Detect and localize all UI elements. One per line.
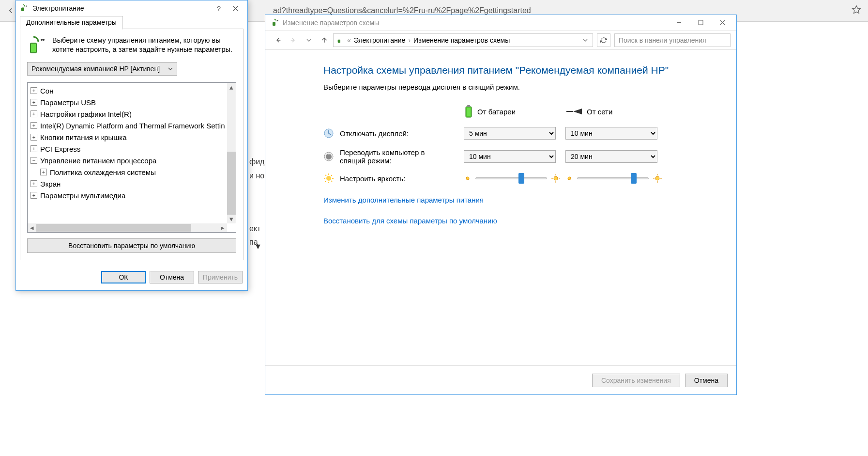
scroll-right-icon[interactable]: ▸ <box>218 223 227 232</box>
tree-item-usb[interactable]: +Параметры USB <box>30 96 233 108</box>
tree-horizontal-scrollbar[interactable]: ◂ ▸ <box>28 223 227 232</box>
tree-item-cooling-policy[interactable]: +Политика охлаждения системы <box>30 166 233 178</box>
row-brightness: Настроить яркость: <box>323 173 722 183</box>
power-plan-select[interactable]: Рекомендуемая компанией HP [Активен] <box>27 62 177 76</box>
svg-line-21 <box>325 175 326 176</box>
maximize-button[interactable] <box>690 16 712 30</box>
display-battery-select[interactable]: 5 мин <box>464 127 556 140</box>
nav-back-button[interactable] <box>271 33 285 47</box>
cp-titlebar: Изменение параметров схемы <box>265 15 736 31</box>
svg-line-24 <box>325 181 326 182</box>
edit-plan-settings-window: Изменение параметров схемы « Электропита… <box>265 15 737 395</box>
svg-point-31 <box>568 177 571 180</box>
apply-button[interactable]: Применить <box>198 271 243 283</box>
tree-item-display[interactable]: +Экран <box>30 178 233 189</box>
tree-item-pci-express[interactable]: +PCI Express <box>30 143 233 155</box>
page-subtitle: Выберите параметры перевода дисплея в сп… <box>323 83 722 91</box>
svg-rect-9 <box>338 39 340 43</box>
power-options-icon <box>20 4 29 13</box>
expand-icon[interactable]: + <box>30 134 37 141</box>
expand-icon[interactable]: + <box>40 169 47 175</box>
sun-low-icon <box>565 174 573 182</box>
settings-tree: +Сон +Параметры USB +Настройки графики I… <box>27 82 236 233</box>
brightness-ac-slider[interactable] <box>565 173 662 183</box>
row-label: Настроить яркость: <box>340 174 405 183</box>
refresh-button[interactable] <box>597 33 610 47</box>
close-button[interactable] <box>227 1 244 15</box>
bookmark-star-icon[interactable] <box>852 5 863 16</box>
scroll-left-icon[interactable]: ◂ <box>28 223 36 232</box>
svg-marker-0 <box>853 6 861 14</box>
svg-rect-37 <box>21 8 24 12</box>
nav-up-button[interactable] <box>318 33 331 47</box>
svg-line-22 <box>331 181 332 182</box>
cp-window-title: Изменение параметров схемы <box>283 19 668 27</box>
tree-item-sleep[interactable]: +Сон <box>30 85 233 96</box>
expand-icon[interactable]: + <box>30 192 37 199</box>
nav-recent-dropdown[interactable] <box>302 33 316 47</box>
scrollbar-thumb[interactable] <box>36 224 191 232</box>
cancel-button[interactable]: Отмена <box>150 271 194 283</box>
row-label: Переводить компьютер в спящий режим: <box>340 148 451 165</box>
adv-button-row: ОК Отмена Применить <box>16 264 247 290</box>
sleep-ac-select[interactable]: 20 мин <box>565 150 657 163</box>
ok-button[interactable]: ОК <box>101 271 146 283</box>
scrollbar-thumb[interactable] <box>227 152 236 215</box>
svg-point-32 <box>655 176 659 180</box>
tree-item-intel-dptf[interactable]: +Intel(R) Dynamic Platform and Thermal F… <box>30 120 233 131</box>
background-clipped-text: фид и но ект па ▼ <box>249 155 264 254</box>
link-restore-defaults[interactable]: Восстановить для схемы параметры по умол… <box>323 217 722 225</box>
tree-item-cpu-power[interactable]: −Управление питанием процессора <box>30 155 233 166</box>
restore-plan-defaults-button[interactable]: Восстановить параметры по умолчанию <box>27 238 236 253</box>
close-button[interactable] <box>712 16 733 30</box>
adv-intro: Выберите схему управления питанием, кото… <box>27 36 236 55</box>
tree-item-power-buttons[interactable]: +Кнопки питания и крышка <box>30 131 233 143</box>
svg-point-26 <box>554 176 558 180</box>
search-input[interactable]: Поиск в панели управления <box>614 33 731 47</box>
row-label: Отключать дисплей: <box>340 129 409 138</box>
brightness-battery-slider[interactable] <box>464 173 561 183</box>
tree-item-intel-graphics[interactable]: +Настройки графики Intel(R) <box>30 108 233 120</box>
expand-icon[interactable]: + <box>30 122 37 129</box>
breadcrumb[interactable]: « Электропитание › Изменение параметров … <box>333 33 593 47</box>
expand-icon[interactable]: + <box>30 87 37 94</box>
collapse-icon[interactable]: − <box>30 157 37 164</box>
nav-forward-button[interactable] <box>287 33 300 47</box>
row-turn-off-display: Отключать дисплей: 5 мин 10 мин <box>323 127 722 140</box>
breadcrumb-edit-plan[interactable]: Изменение параметров схемы <box>411 36 512 44</box>
expand-icon[interactable]: + <box>30 99 37 106</box>
save-changes-button[interactable]: Сохранить изменения <box>592 374 680 387</box>
cancel-button[interactable]: Отмена <box>685 374 728 387</box>
breadcrumb-chevron: « <box>346 36 352 44</box>
link-change-advanced[interactable]: Изменить дополнительные параметры питани… <box>323 196 722 204</box>
adv-tabstrip: Дополнительные параметры <box>20 16 247 29</box>
scroll-up-icon[interactable]: ▴ <box>227 83 236 92</box>
browser-back-icon[interactable] <box>5 5 16 16</box>
breadcrumb-dropdown-icon[interactable] <box>581 36 590 44</box>
power-options-advanced-dialog: Электропитание ? Дополнительные параметр… <box>15 0 248 291</box>
brightness-icon <box>323 173 334 184</box>
tree-vertical-scrollbar[interactable]: ▴ ▾ <box>227 83 236 223</box>
tree-item-multimedia[interactable]: +Параметры мультимедиа <box>30 189 233 201</box>
scroll-down-icon[interactable]: ▾ <box>227 215 236 223</box>
svg-point-16 <box>326 176 331 181</box>
expand-icon[interactable]: + <box>30 110 37 117</box>
expand-icon[interactable]: + <box>30 180 37 187</box>
svg-point-43 <box>41 39 43 41</box>
tab-advanced-settings[interactable]: Дополнительные параметры <box>20 16 123 30</box>
page-title: Настройка схемы управления питанием "Рек… <box>323 64 722 76</box>
battery-icon <box>464 105 473 118</box>
cp-body: Настройка схемы управления питанием "Рек… <box>265 50 736 365</box>
battery-column-header: От батареи <box>464 105 561 118</box>
minimize-button[interactable] <box>668 16 690 30</box>
svg-point-25 <box>466 177 469 180</box>
help-button[interactable]: ? <box>211 1 227 15</box>
sun-high-icon <box>653 173 662 183</box>
breadcrumb-power-options[interactable]: Электропитание <box>352 36 408 44</box>
expand-icon[interactable]: + <box>30 145 37 152</box>
svg-rect-11 <box>467 105 470 107</box>
display-ac-select[interactable]: 10 мин <box>565 127 657 140</box>
sun-low-icon <box>464 174 472 182</box>
sleep-battery-select[interactable]: 10 мин <box>464 150 556 163</box>
power-plan-large-icon <box>27 36 46 55</box>
